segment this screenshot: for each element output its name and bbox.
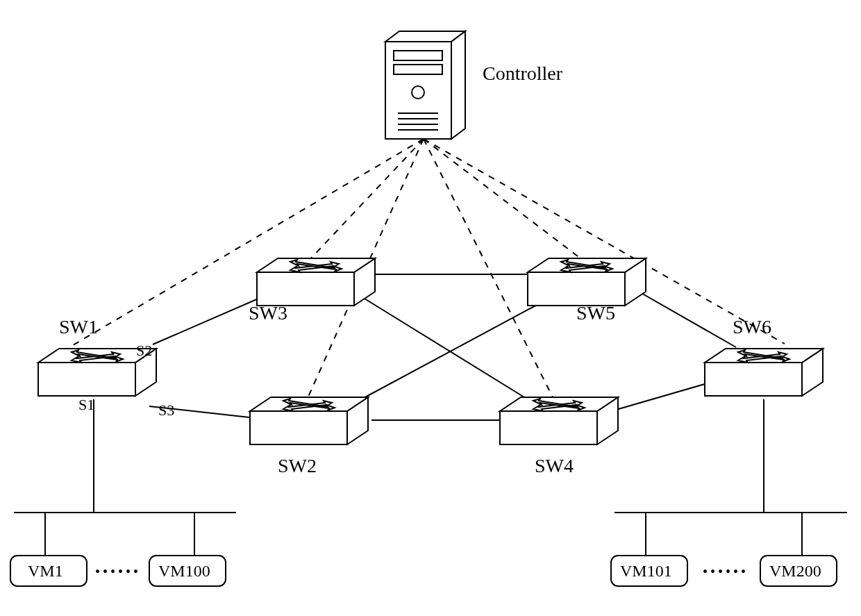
switch-sw1-label: SW1 bbox=[59, 316, 98, 338]
ellipsis-right: •••••• bbox=[703, 564, 749, 579]
vm-label-vm200: VM200 bbox=[769, 562, 821, 580]
switch-sw4-label: SW4 bbox=[535, 455, 574, 476]
vm-label-vm1: VM1 bbox=[28, 562, 63, 580]
vm-label-vm100: VM100 bbox=[158, 562, 210, 580]
port-s3-label: S3 bbox=[158, 401, 174, 419]
svg-line-22 bbox=[69, 139, 424, 347]
controller-icon bbox=[385, 31, 465, 139]
switch-sw5-icon bbox=[528, 258, 646, 306]
switch-sw2-label: SW2 bbox=[278, 455, 317, 476]
svg-rect-32 bbox=[394, 65, 442, 74]
topology-links bbox=[14, 274, 847, 556]
switch-sw5-label: SW5 bbox=[576, 302, 615, 324]
switch-sw6-icon bbox=[705, 349, 823, 396]
switch-sw6-label: SW6 bbox=[733, 316, 771, 338]
switch-sw3-icon bbox=[257, 258, 375, 306]
port-s2-label: S2 bbox=[136, 342, 152, 359]
svg-point-33 bbox=[412, 86, 424, 99]
controller-label: Controller bbox=[483, 63, 563, 84]
svg-line-26 bbox=[424, 139, 583, 260]
network-topology-diagram: Controller SW3 SW5 SW1 SW6 SW2 SW4 S1 S2… bbox=[0, 0, 861, 616]
ellipsis-left: •••••• bbox=[95, 564, 141, 579]
switch-sw3-label: SW3 bbox=[249, 302, 287, 324]
switch-sw4-icon bbox=[500, 397, 618, 444]
svg-line-24 bbox=[309, 139, 424, 260]
svg-rect-31 bbox=[394, 51, 442, 60]
vm-label-vm101: VM101 bbox=[620, 562, 672, 580]
svg-line-12 bbox=[639, 292, 736, 347]
switch-sw2-icon bbox=[250, 397, 368, 444]
svg-marker-30 bbox=[451, 31, 465, 139]
port-s1-label: S1 bbox=[78, 396, 94, 413]
